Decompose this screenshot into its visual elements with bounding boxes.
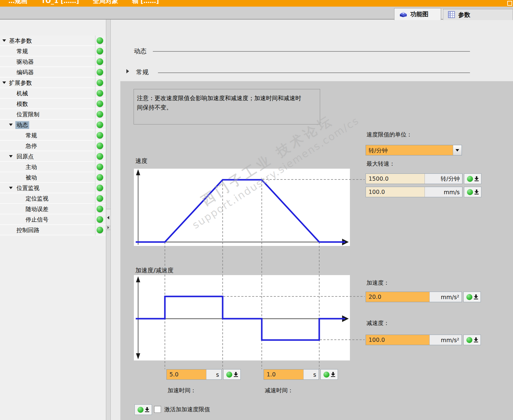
tree-expander-icon[interactable] xyxy=(9,124,13,126)
accel-field[interactable]: 20.0 mm/s² xyxy=(366,292,462,302)
sidebar-item-编码器[interactable]: 编码器 xyxy=(0,67,106,78)
decel-time-unit: s xyxy=(303,369,319,379)
status-ok-dot xyxy=(97,48,103,54)
section-rule xyxy=(153,51,470,52)
tree-item-label: 常规 xyxy=(24,132,38,139)
value-status-button[interactable] xyxy=(463,335,481,345)
note-line1: 注意：更改速度限值会影响加速度和减速度；加速时间和减速时 xyxy=(137,94,317,103)
tree-item-label: 常规 xyxy=(15,48,29,55)
status-ok-dot xyxy=(97,174,103,181)
status-ok-dot xyxy=(97,121,103,128)
title-bar: …规画TO_1 [……]全局对象轴 [……] xyxy=(0,0,513,7)
value-status-button[interactable] xyxy=(464,187,481,197)
sidebar-item-常规[interactable]: 常规 xyxy=(0,46,106,57)
value-status-button[interactable] xyxy=(134,404,152,415)
decel-label: 减速度： xyxy=(366,319,389,327)
subsection-rule xyxy=(158,72,470,73)
max-speed-rpm-value[interactable]: 1500.0 xyxy=(366,174,425,184)
value-status-button[interactable] xyxy=(463,292,481,302)
tab-parameter-view[interactable]: 参数 xyxy=(443,9,513,20)
tab-function-diagram[interactable]: 功能图 xyxy=(394,8,441,20)
max-speed-mms-value[interactable]: 100.0 xyxy=(366,187,425,197)
tree-item-label: 基本参数 xyxy=(8,37,33,45)
decel-time-field[interactable]: 1.0 s xyxy=(264,369,319,380)
tree-expander-icon[interactable] xyxy=(9,187,13,189)
start-value-icon xyxy=(234,372,238,377)
accel-time-value[interactable]: 5.0 xyxy=(167,369,206,379)
sidebar-item-急停[interactable]: 急停 xyxy=(0,141,106,151)
decel-field[interactable]: 100.0 mm/s² xyxy=(366,335,462,345)
accel-value[interactable]: 20.0 xyxy=(366,292,429,302)
status-ok-dot xyxy=(97,37,103,44)
decel-time-value[interactable]: 1.0 xyxy=(264,369,303,379)
tree-item-label: 主动 xyxy=(24,163,38,171)
tree-item-label: 定位监视 xyxy=(24,195,50,203)
status-ok-dot xyxy=(97,206,103,212)
sidebar-item-扩展参数[interactable]: 扩展参数 xyxy=(0,78,106,88)
velocity-unit-dropdown[interactable]: 转/分钟 xyxy=(366,145,462,155)
accel-label: 加速度： xyxy=(366,279,389,287)
sidebar-item-控制回路[interactable]: 控制回路 xyxy=(0,225,106,235)
status-ok-dot xyxy=(466,294,472,300)
window-icon[interactable] xyxy=(507,1,512,6)
sidebar-item-驱动器[interactable]: 驱动器 xyxy=(0,57,106,67)
collapse-left-icon xyxy=(107,216,109,219)
status-ok-dot xyxy=(226,372,232,378)
tree-item-label: 驱动器 xyxy=(15,58,35,66)
sidebar-item-随动误差[interactable]: 随动误差 xyxy=(0,204,106,214)
tab-divider xyxy=(442,9,443,19)
sidebar-item-停止信号[interactable]: 停止信号 xyxy=(0,214,106,225)
sidebar-item-定位监视[interactable]: 定位监视 xyxy=(0,193,106,204)
status-ok-dot xyxy=(97,143,103,149)
tree-item-label: 被动 xyxy=(24,174,38,182)
accel-time-label: 加速时间： xyxy=(168,387,196,394)
tree-expander-icon[interactable] xyxy=(9,155,13,158)
accel-time-field[interactable]: 5.0 s xyxy=(166,369,222,380)
max-speed-mms-field[interactable]: 100.0 mm/s xyxy=(366,187,462,197)
decel-value[interactable]: 100.0 xyxy=(366,335,429,345)
sidebar-item-被动[interactable]: 被动 xyxy=(0,172,106,183)
tree-status-divider xyxy=(95,35,95,235)
status-ok-dot xyxy=(97,100,103,107)
max-speed-rpm-field[interactable]: 1500.0 转/分钟 xyxy=(366,173,462,184)
expand-right-icon xyxy=(107,226,109,229)
tab-function-diagram-label: 功能图 xyxy=(410,10,428,18)
sidebar-item-位置监视[interactable]: 位置监视 xyxy=(0,183,106,193)
subsection-chevron-icon[interactable] xyxy=(126,69,129,73)
sidebar-item-常规[interactable]: 常规 xyxy=(0,130,106,141)
splitter-collapse-handle[interactable] xyxy=(106,209,110,226)
status-ok-dot xyxy=(97,185,103,191)
max-speed-rpm-unit: 转/分钟 xyxy=(425,174,462,184)
value-status-button[interactable] xyxy=(464,173,481,184)
breadcrumb-fragment: 全局对象 xyxy=(93,0,118,5)
sidebar-item-动态[interactable]: 动态 xyxy=(0,120,106,130)
status-ok-dot xyxy=(97,216,103,223)
status-ok-dot xyxy=(97,58,103,65)
value-status-button[interactable] xyxy=(320,369,338,380)
sidebar-item-位置限制[interactable]: 位置限制 xyxy=(0,109,106,120)
start-value-icon xyxy=(474,337,478,342)
tree-item-label: 位置监视 xyxy=(15,184,41,192)
status-ok-dot xyxy=(97,111,103,118)
decel-unit: mm/s² xyxy=(429,335,462,345)
splitter-expand-handle[interactable] xyxy=(106,225,110,230)
tree-expander-icon[interactable] xyxy=(2,81,6,84)
start-value-icon xyxy=(145,407,149,412)
status-ok-dot xyxy=(97,90,103,97)
note-line2: 间保持不变。 xyxy=(137,103,317,112)
section-title: 动态 xyxy=(134,47,147,55)
sidebar-item-回原点[interactable]: 回原点 xyxy=(0,151,106,162)
dropdown-arrow-button[interactable] xyxy=(453,145,462,155)
jerk-limit-checkbox[interactable] xyxy=(154,406,161,413)
sidebar-item-主动[interactable]: 主动 xyxy=(0,162,106,172)
sidebar-item-机械[interactable]: 机械 xyxy=(0,88,106,99)
status-ok-dot xyxy=(97,132,103,139)
value-status-button[interactable] xyxy=(223,369,241,380)
parameter-navigation-tree: 基本参数常规驱动器编码器扩展参数机械模数位置限制动态常规急停回原点主动被动位置监… xyxy=(0,20,106,420)
sidebar-item-基本参数[interactable]: 基本参数 xyxy=(0,35,106,46)
max-speed-mms-unit: mm/s xyxy=(425,187,462,197)
tree-expander-icon[interactable] xyxy=(2,39,6,42)
accel-time-unit: s xyxy=(206,369,221,379)
breadcrumb-fragment: …规画 xyxy=(8,0,27,5)
sidebar-item-模数[interactable]: 模数 xyxy=(0,99,106,109)
